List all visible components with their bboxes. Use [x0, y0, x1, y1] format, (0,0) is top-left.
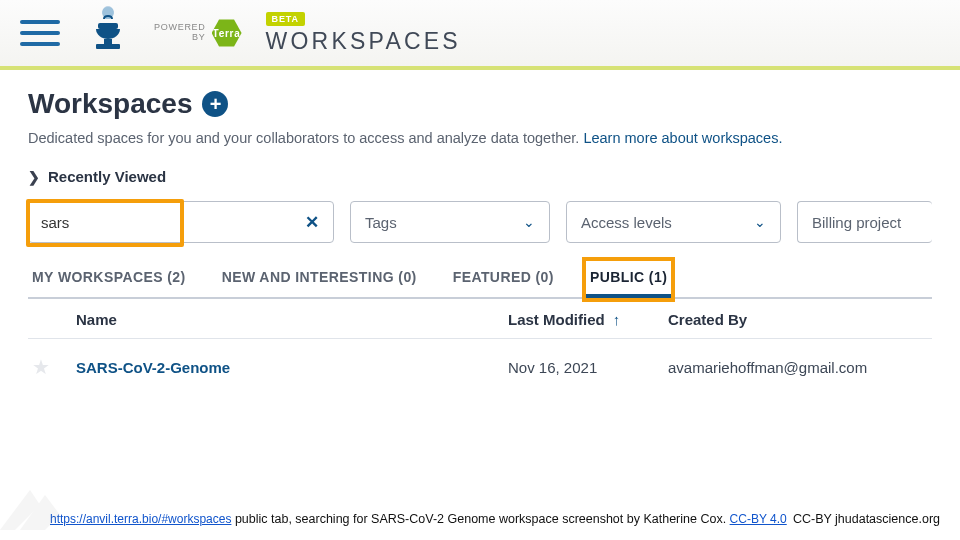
- subtext-body: Dedicated spaces for you and your collab…: [28, 130, 579, 146]
- powered-label-2: BY: [154, 33, 206, 43]
- tab-public[interactable]: PUBLIC (1): [586, 261, 671, 297]
- plus-icon: +: [210, 94, 222, 114]
- search-input[interactable]: [29, 214, 291, 231]
- tab-featured[interactable]: FEATURED (0): [449, 261, 558, 297]
- cell-modified: Nov 16, 2021: [508, 359, 668, 376]
- search-box: ✕: [28, 201, 334, 243]
- caption-text: public tab, searching for SARS-CoV-2 Gen…: [231, 512, 729, 526]
- billing-project-dropdown[interactable]: Billing project: [797, 201, 932, 243]
- page-title: Workspaces: [28, 88, 192, 120]
- workspace-tabs: MY WORKSPACES (2)NEW AND INTERESTING (0)…: [28, 261, 932, 299]
- tags-label: Tags: [365, 214, 397, 231]
- beta-badge: BETA: [266, 12, 305, 26]
- terra-hex-icon: Terra: [212, 18, 242, 48]
- billing-label: Billing project: [812, 214, 901, 231]
- chevron-down-icon: ⌄: [754, 214, 766, 230]
- hamburger-menu-button[interactable]: [18, 14, 62, 52]
- col-last-modified[interactable]: Last Modified ↑: [508, 311, 668, 328]
- tags-dropdown[interactable]: Tags ⌄: [350, 201, 550, 243]
- table-row: ★SARS-CoV-2-GenomeNov 16, 2021avamarieho…: [28, 339, 932, 389]
- top-bar: POWERED BY Terra BETA WORKSPACES: [0, 0, 960, 70]
- chevron-down-icon: ⌄: [523, 214, 535, 230]
- recently-viewed-toggle[interactable]: ❯ Recently Viewed: [28, 168, 932, 185]
- favorite-star-icon[interactable]: ★: [32, 355, 76, 379]
- table-header: Name Last Modified ↑ Created By: [28, 299, 932, 339]
- cell-created-by: avamariehoffman@gmail.com: [668, 359, 928, 376]
- new-workspace-button[interactable]: +: [202, 91, 228, 117]
- clear-search-button[interactable]: ✕: [291, 212, 333, 233]
- access-levels-dropdown[interactable]: Access levels ⌄: [566, 201, 781, 243]
- page-banner: BETA WORKSPACES: [266, 12, 461, 55]
- powered-by-terra: POWERED BY Terra: [154, 18, 242, 48]
- filters-row: ✕ Tags ⌄ Access levels ⌄ Billing project: [28, 201, 932, 243]
- col-created-by[interactable]: Created By: [668, 311, 928, 328]
- terra-badge-text: Terra: [213, 28, 241, 39]
- caption-cc-link[interactable]: CC-BY 4.0: [730, 512, 787, 526]
- sort-ascending-icon: ↑: [613, 311, 621, 328]
- main-area: Workspaces + Dedicated spaces for you an…: [0, 70, 960, 389]
- anvil-logo: [86, 5, 130, 61]
- chevron-right-icon: ❯: [28, 169, 40, 185]
- cc-attribution: CC-BY jhudatascience.org: [793, 512, 940, 526]
- banner-title: WORKSPACES: [266, 28, 461, 55]
- col-name[interactable]: Name: [76, 311, 508, 328]
- learn-more-link[interactable]: Learn more about workspaces.: [583, 130, 782, 146]
- access-label: Access levels: [581, 214, 672, 231]
- recently-viewed-label: Recently Viewed: [48, 168, 166, 185]
- page-subtext: Dedicated spaces for you and your collab…: [28, 130, 932, 146]
- svg-rect-2: [104, 39, 112, 44]
- tab-new[interactable]: NEW AND INTERESTING (0): [218, 261, 421, 297]
- svg-rect-3: [96, 44, 120, 49]
- tab-my[interactable]: MY WORKSPACES (2): [28, 261, 190, 297]
- workspace-link[interactable]: SARS-CoV-2-Genome: [76, 359, 508, 376]
- caption-url[interactable]: https://anvil.terra.bio/#workspaces: [50, 512, 231, 526]
- watermark-icon: [0, 480, 60, 530]
